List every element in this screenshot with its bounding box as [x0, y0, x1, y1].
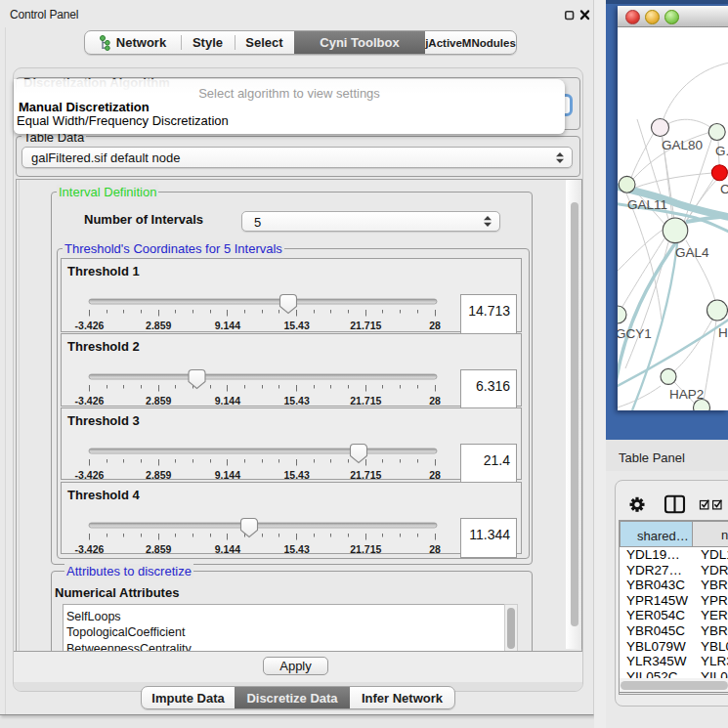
svg-text:15.43: 15.43	[283, 320, 309, 331]
svg-text:9.144: 9.144	[215, 542, 240, 554]
svg-text:2.859: 2.859	[146, 469, 171, 481]
svg-text:28: 28	[429, 469, 441, 481]
svg-text:GCY1: GCY1	[618, 326, 652, 341]
svg-text:9.144: 9.144	[215, 469, 240, 481]
svg-text:9.144: 9.144	[215, 395, 240, 407]
svg-text:2.859: 2.859	[146, 320, 171, 331]
svg-text:28: 28	[429, 395, 441, 407]
svg-text:C: C	[720, 182, 728, 196]
svg-text:28: 28	[429, 320, 441, 331]
svg-text:-3.426: -3.426	[75, 542, 105, 554]
svg-text:15.43: 15.43	[283, 542, 309, 554]
svg-text:2.859: 2.859	[146, 542, 171, 554]
svg-text:15.43: 15.43	[283, 395, 309, 407]
svg-text:GAL4: GAL4	[675, 245, 709, 260]
svg-text:-3.426: -3.426	[75, 320, 105, 331]
svg-text:28: 28	[429, 542, 441, 554]
svg-text:G.: G.	[715, 144, 728, 158]
svg-text:21.715: 21.715	[350, 320, 381, 331]
svg-text:2.859: 2.859	[146, 395, 171, 407]
svg-text:21.715: 21.715	[350, 542, 381, 554]
svg-text:21.715: 21.715	[350, 395, 381, 407]
svg-text:H: H	[718, 325, 728, 340]
svg-text:15.43: 15.43	[283, 469, 309, 481]
svg-text:-3.426: -3.426	[75, 395, 105, 407]
svg-text:GAL11: GAL11	[627, 197, 667, 212]
svg-text:9.144: 9.144	[215, 320, 240, 331]
svg-text:GAL80: GAL80	[662, 138, 703, 152]
svg-text:-3.426: -3.426	[75, 469, 105, 481]
svg-text:21.715: 21.715	[350, 469, 381, 481]
svg-text:HAP2: HAP2	[669, 387, 704, 402]
